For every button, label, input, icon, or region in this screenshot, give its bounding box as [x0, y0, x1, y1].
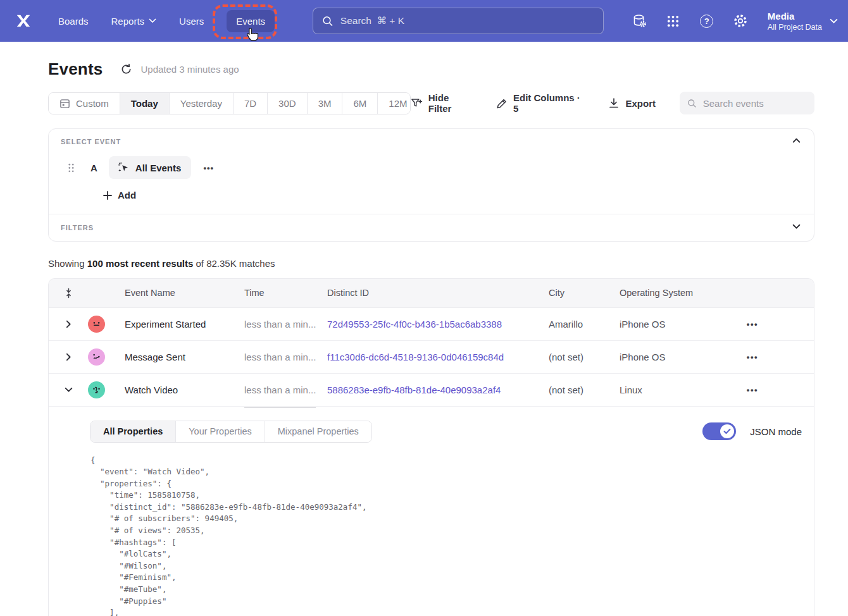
mixpanel-logo[interactable] — [15, 13, 32, 29]
distinct-id-cell: f11c30d6-dc6d-4518-9136-0d046159c84d — [327, 352, 549, 362]
hide-filter-button[interactable]: Hide Filter — [411, 92, 473, 114]
drag-dots-icon — [68, 163, 75, 173]
events-table: Event Name Time Distinct ID City Operati… — [48, 278, 814, 616]
drag-handle[interactable] — [68, 163, 77, 173]
global-search[interactable] — [313, 8, 604, 34]
nav-item-reports[interactable]: Reports — [111, 16, 157, 27]
select-event-label: SELECT EVENT — [61, 138, 802, 145]
row-more-button[interactable]: ••• — [745, 352, 814, 362]
global-search-input[interactable] — [340, 15, 594, 27]
column-header-os[interactable]: Operating System — [620, 288, 745, 298]
refresh-icon — [120, 63, 132, 75]
date-option-today[interactable]: Today — [120, 93, 170, 114]
date-option-label: Yesterday — [180, 98, 222, 109]
help-button[interactable]: ? — [699, 13, 714, 28]
distinct-id-cell: 5886283e-e9fb-48fb-81de-40e9093a2af4 — [327, 385, 549, 395]
search-events-input[interactable] — [703, 98, 807, 109]
add-event-label: Add — [118, 190, 136, 200]
date-option-3m[interactable]: 3M — [308, 93, 343, 114]
plus-icon — [103, 191, 112, 200]
date-option-yesterday[interactable]: Yesterday — [170, 93, 234, 114]
distinct-id-cell: 72d49553-25fc-4f0c-b436-1b5ac6ab3388 — [327, 319, 549, 330]
search-icon — [322, 15, 334, 27]
calendar-icon — [59, 98, 70, 109]
apps-grid-button[interactable] — [666, 13, 681, 28]
data-management-button[interactable] — [632, 13, 647, 28]
nav-item-label: Reports — [111, 16, 145, 27]
distinct-id-link[interactable]: f11c30d6-dc6d-4518-9136-0d046159c84d — [327, 352, 504, 362]
column-header-event-name[interactable]: Event Name — [125, 288, 244, 298]
expand-row-button[interactable] — [49, 353, 79, 361]
top-navbar: Boards Reports Users Events — [0, 0, 848, 42]
event-avatar — [88, 348, 105, 366]
avatar-face-icon — [91, 385, 102, 395]
distinct-id-link[interactable]: 72d49553-25fc-4f0c-b436-1b5ac6ab3388 — [327, 319, 502, 330]
json-mode-control: JSON mode — [702, 422, 802, 440]
column-header-time[interactable]: Time — [244, 288, 327, 298]
nav-item-users[interactable]: Users — [179, 16, 204, 27]
page-title: Events — [48, 59, 103, 79]
add-event-button[interactable]: Add — [103, 190, 136, 200]
time-value: less than a min... — [244, 385, 316, 395]
nav-items: Boards Reports Users Events — [58, 10, 275, 32]
filters-label: FILTERS — [61, 224, 802, 231]
event-avatar-cell — [79, 348, 125, 366]
expand-row-button[interactable] — [49, 320, 79, 328]
export-button[interactable]: Export — [608, 97, 656, 109]
event-selector-button[interactable]: All Events — [109, 156, 192, 179]
event-more-button[interactable]: ••• — [203, 163, 214, 173]
page-header: Events Updated 3 minutes ago — [48, 57, 814, 81]
column-header-city[interactable]: City — [549, 288, 620, 298]
column-header-distinct-id[interactable]: Distinct ID — [327, 288, 549, 298]
search-events-box[interactable] — [680, 92, 814, 114]
project-name: Media — [768, 10, 822, 22]
refresh-button[interactable] — [120, 63, 133, 75]
filter-funnel-icon — [411, 97, 422, 109]
date-option-12m[interactable]: 12M — [378, 93, 411, 114]
edit-columns-button[interactable]: Edit Columns · 5 — [496, 92, 586, 114]
chevron-down-icon — [830, 18, 838, 24]
tab-all-properties[interactable]: All Properties — [90, 421, 176, 442]
last-updated-text: Updated 3 minutes ago — [140, 64, 239, 75]
chevron-down-icon — [149, 18, 156, 23]
city-cell: Amarillo — [549, 319, 620, 330]
date-option-7d[interactable]: 7D — [234, 93, 268, 114]
event-avatar-cell — [79, 316, 125, 333]
query-builder-card: SELECT EVENT A — [48, 128, 814, 242]
search-icon — [687, 98, 697, 109]
event-avatar — [88, 381, 105, 398]
results-prefix: Showing — [48, 258, 87, 269]
sort-arrows-icon — [65, 288, 73, 299]
chevron-down-icon — [65, 387, 73, 393]
expand-filters-button[interactable] — [792, 224, 801, 230]
database-gear-icon — [632, 13, 647, 28]
sort-button[interactable] — [49, 288, 79, 299]
nav-item-boards[interactable]: Boards — [58, 16, 89, 27]
settings-button[interactable] — [733, 13, 748, 28]
table-row[interactable]: Experiment Started less than a min... 72… — [49, 308, 814, 341]
row-more-button[interactable]: ••• — [745, 319, 814, 329]
date-option-6m[interactable]: 6M — [342, 93, 378, 114]
date-option-custom[interactable]: Custom — [49, 93, 120, 114]
event-name-cell: Watch Video — [125, 385, 244, 395]
event-name-cell: Message Sent — [125, 352, 244, 362]
time-cell: less than a min... — [244, 385, 327, 395]
date-option-label: 6M — [353, 98, 366, 109]
collapse-row-button[interactable] — [49, 387, 79, 393]
date-option-label: Custom — [76, 98, 109, 109]
chevron-down-icon — [792, 224, 801, 230]
table-row[interactable]: Message Sent less than a min... f11c30d6… — [49, 341, 814, 374]
distinct-id-link[interactable]: 5886283e-e9fb-48fb-81de-40e9093a2af4 — [327, 385, 501, 395]
nav-item-events[interactable]: Events — [227, 10, 275, 32]
json-mode-toggle[interactable] — [702, 422, 736, 440]
collapse-section-button[interactable] — [792, 138, 801, 144]
tab-mixpanel-properties[interactable]: Mixpanel Properties — [265, 421, 371, 442]
properties-tabs: All Properties Your Properties Mixpanel … — [90, 421, 372, 443]
results-count: 100 most recent results — [87, 258, 194, 269]
project-switcher[interactable]: Media All Project Data — [768, 10, 838, 32]
row-more-button[interactable]: ••• — [745, 385, 814, 395]
tab-your-properties[interactable]: Your Properties — [176, 421, 265, 442]
table-toolbar: Hide Filter Edit Columns · 5 Export — [411, 92, 814, 114]
date-option-30d[interactable]: 30D — [268, 93, 308, 114]
table-row-expanded[interactable]: Watch Video less than a min... 5886283e-… — [49, 374, 814, 407]
